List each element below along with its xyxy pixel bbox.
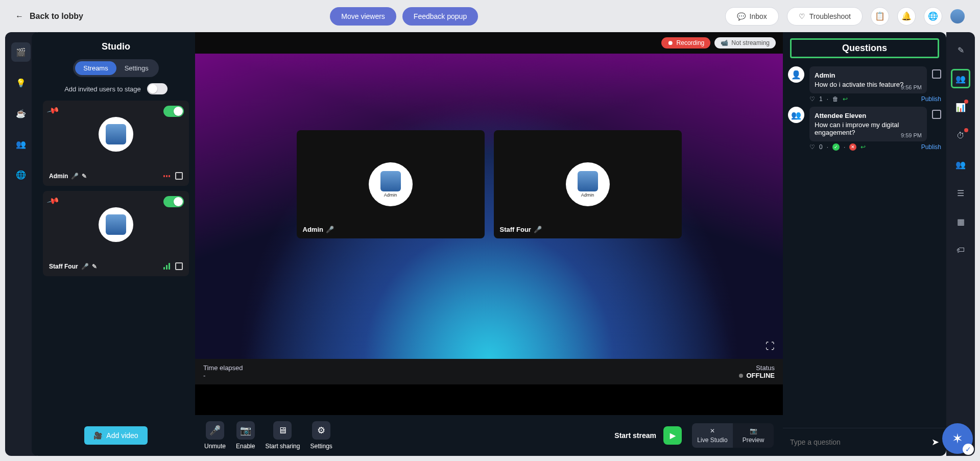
rail-timer[interactable]: ⏱ bbox=[951, 126, 970, 145]
globe-icon: 🌐 bbox=[928, 11, 938, 21]
studio-panel: Studio Streams Settings Add invited user… bbox=[32, 32, 195, 456]
film-icon: 🎬 bbox=[16, 47, 26, 57]
rail-globe[interactable]: 🌐 bbox=[11, 165, 31, 184]
publish-link[interactable]: Publish bbox=[921, 143, 941, 151]
rail-lightbulb[interactable]: 💡 bbox=[11, 73, 31, 92]
status-value: OFFLINE bbox=[746, 372, 775, 379]
pencil-icon: ✎ bbox=[958, 45, 964, 55]
enable-button[interactable]: 📷Enable bbox=[236, 421, 255, 450]
video-icon: 🎥 bbox=[93, 431, 102, 440]
tile-avatar: Admin bbox=[566, 162, 610, 206]
rail-grid[interactable]: ▦ bbox=[951, 212, 970, 231]
question-input[interactable] bbox=[790, 438, 926, 446]
rail-edit[interactable]: ✎ bbox=[951, 40, 970, 60]
send-icon[interactable]: ➤ bbox=[931, 436, 939, 448]
rail-tag[interactable]: 🏷 bbox=[951, 240, 970, 260]
reply-icon[interactable]: ↩ bbox=[843, 95, 848, 103]
globe-button[interactable]: 🌐 bbox=[924, 7, 942, 26]
pin-icon[interactable]: 📌 bbox=[46, 104, 60, 117]
mode-preview[interactable]: 📷Preview bbox=[733, 423, 774, 448]
notifications-button[interactable]: 🔔 bbox=[897, 7, 916, 26]
rail-polls[interactable]: 📊 bbox=[951, 98, 970, 117]
tag-icon: 🏷 bbox=[957, 246, 965, 255]
mic-muted-icon: 🎤 bbox=[81, 263, 89, 270]
tab-streams[interactable]: Streams bbox=[75, 61, 116, 75]
record-icon: ⏺ bbox=[667, 39, 674, 46]
user-avatar[interactable] bbox=[950, 9, 965, 23]
rail-attendees[interactable]: 👥 bbox=[951, 155, 970, 174]
question-avatar: 👤 bbox=[788, 66, 804, 83]
question-bubble: Attendee Eleven How can i improve my dig… bbox=[809, 107, 927, 141]
popout-icon[interactable] bbox=[175, 262, 183, 270]
bell-icon: 🔔 bbox=[901, 11, 912, 21]
notification-dot-icon bbox=[964, 100, 968, 104]
invite-toggle[interactable] bbox=[147, 83, 168, 94]
status-label: Status bbox=[756, 364, 775, 372]
accessibility-button[interactable]: ✶ ✓ bbox=[942, 423, 973, 454]
popout-icon[interactable] bbox=[175, 172, 183, 180]
approve-icon[interactable]: ✓ bbox=[832, 143, 840, 151]
tile-name: Admin bbox=[303, 226, 323, 233]
like-count: 0 bbox=[819, 143, 823, 151]
reply-icon[interactable]: ↩ bbox=[861, 143, 866, 151]
question-avatar: 👥 bbox=[788, 107, 804, 123]
back-label: Back to lobby bbox=[30, 12, 83, 21]
add-video-button[interactable]: 🎥 Add video bbox=[84, 426, 147, 445]
rail-coffee[interactable]: ☕ bbox=[11, 104, 31, 123]
rail-layers[interactable]: ☰ bbox=[951, 183, 970, 203]
feedback-popup-button[interactable]: Feedback popup bbox=[402, 7, 478, 26]
clock-icon: ⏱ bbox=[957, 131, 965, 140]
notification-dot-icon bbox=[964, 128, 968, 132]
right-nav-rail: ✎ 👥 📊 ⏱ 👥 ☰ ▦ 🏷 bbox=[946, 32, 975, 456]
troubleshoot-label: Troubleshoot bbox=[809, 12, 851, 20]
questions-panel: Questions 👤 Admin How do i activate this… bbox=[783, 32, 946, 456]
inbox-button[interactable]: 💬 Inbox bbox=[725, 7, 779, 26]
edit-icon[interactable]: ✎ bbox=[82, 173, 87, 180]
rail-people[interactable]: 👥 bbox=[11, 134, 31, 154]
tab-settings[interactable]: Settings bbox=[116, 61, 157, 75]
stream-avatar bbox=[99, 207, 133, 242]
back-to-lobby[interactable]: ← Back to lobby bbox=[15, 12, 83, 21]
time-elapsed-value: - bbox=[203, 372, 243, 379]
studio-icon: ✕ bbox=[710, 427, 715, 434]
mode-live-studio[interactable]: ✕Live Studio bbox=[692, 423, 733, 448]
reject-icon[interactable]: ✕ bbox=[849, 143, 856, 151]
stage-area: ⏺Recording 📹Not streaming Admin Admin🎤 A… bbox=[195, 32, 783, 456]
coffee-icon: ☕ bbox=[16, 109, 26, 118]
inbox-label: Inbox bbox=[750, 12, 767, 20]
start-sharing-button[interactable]: 🖥Start sharing bbox=[265, 421, 300, 450]
start-stream-button[interactable]: Start stream ▶ bbox=[614, 426, 682, 445]
question-checkbox[interactable] bbox=[932, 69, 941, 79]
troubleshoot-button[interactable]: ♡ Troubleshoot bbox=[787, 7, 863, 26]
gear-icon: ⚙ bbox=[317, 425, 325, 436]
rail-questions[interactable]: 👥 bbox=[951, 69, 970, 88]
rail-studio[interactable]: 🎬 bbox=[11, 42, 31, 62]
settings-button[interactable]: ⚙Settings bbox=[310, 421, 332, 450]
stream-toggle[interactable] bbox=[163, 106, 184, 117]
publish-link[interactable]: Publish bbox=[921, 95, 941, 103]
question-time: 9:56 PM bbox=[901, 84, 922, 90]
check-icon: ✓ bbox=[963, 444, 974, 455]
lightbulb-icon: 💡 bbox=[16, 78, 26, 88]
mic-muted-icon: 🎤 bbox=[326, 226, 334, 233]
stage-tile: Admin Staff Four🎤 bbox=[494, 130, 682, 238]
play-icon: ▶ bbox=[670, 431, 676, 440]
unmute-button[interactable]: 🎤Unmute bbox=[204, 421, 226, 450]
people-badge-icon: 👥 bbox=[955, 74, 966, 84]
like-icon[interactable]: ♡ bbox=[809, 143, 815, 151]
fullscreen-icon[interactable]: ⛶ bbox=[766, 341, 775, 352]
people-icon: 👥 bbox=[16, 139, 26, 149]
stream-avatar bbox=[99, 117, 133, 152]
delete-icon[interactable]: 🗑 bbox=[832, 95, 839, 103]
pin-icon[interactable]: 📌 bbox=[46, 194, 60, 207]
move-viewers-button[interactable]: Move viewers bbox=[330, 7, 396, 26]
clipboard-button[interactable]: 📋 bbox=[871, 7, 889, 26]
recording-badge: ⏺Recording bbox=[661, 37, 711, 48]
heartbeat-icon: ♡ bbox=[799, 12, 805, 20]
stream-toggle[interactable] bbox=[163, 196, 184, 207]
question-checkbox[interactable] bbox=[932, 110, 941, 119]
edit-icon[interactable]: ✎ bbox=[92, 263, 97, 270]
like-icon[interactable]: ♡ bbox=[809, 95, 815, 103]
chart-icon: 📊 bbox=[955, 103, 966, 112]
invite-label: Add invited users to stage bbox=[64, 85, 141, 93]
